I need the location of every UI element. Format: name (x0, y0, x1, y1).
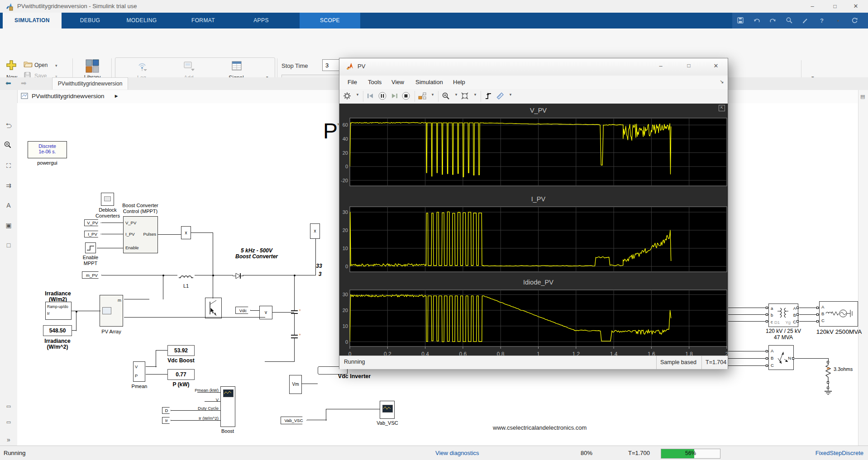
measure-icon[interactable] (496, 92, 504, 100)
enable-mppt-block[interactable] (85, 242, 96, 253)
menu-help[interactable]: Help (453, 79, 465, 85)
gear-icon[interactable] (343, 92, 351, 100)
menu-tools[interactable]: Tools (368, 79, 382, 85)
close-icon[interactable]: ✕ (845, 0, 866, 13)
panel-icon[interactable]: ▭ (4, 417, 14, 427)
maximize-icon[interactable]: □ (825, 0, 845, 13)
grid-source-block[interactable]: A B C (819, 301, 858, 327)
model-icon (21, 92, 28, 100)
from-tag-mpv[interactable]: m_PV (82, 271, 102, 279)
product-block-2[interactable]: x (310, 223, 320, 239)
port-square (796, 313, 799, 316)
menu-view[interactable]: View (391, 79, 404, 85)
image-icon[interactable]: ▣ (4, 220, 14, 230)
document-tab[interactable]: PVwithutlitygridnewversion (52, 77, 128, 90)
nav-forward-icon[interactable]: ➡ (21, 79, 27, 87)
zoom-in-icon[interactable] (442, 92, 450, 100)
deblock-converters-block[interactable] (101, 193, 114, 206)
wire (163, 275, 163, 299)
powergui-block[interactable]: Discrete1e-06 s. (28, 141, 67, 158)
annotation-icon[interactable]: A (4, 200, 14, 210)
wire (171, 420, 220, 421)
console-icon[interactable]: ▭ (4, 401, 14, 411)
pen-icon[interactable] (802, 17, 809, 24)
three-phase-vi-block[interactable]: A B C N (768, 345, 794, 370)
dock-icon[interactable]: ↘ (720, 79, 724, 85)
property-inspector-icon[interactable]: ▤ (860, 94, 865, 100)
zoom-icon[interactable] (4, 141, 14, 151)
chevron-down-icon[interactable]: ▾ (55, 63, 57, 68)
goto-tag-vab[interactable]: Vab_VSC (281, 417, 307, 424)
minimize-icon[interactable]: – (802, 0, 823, 13)
redo-icon[interactable] (769, 17, 777, 24)
search-icon[interactable] (786, 17, 793, 24)
trigger-icon[interactable] (484, 92, 492, 100)
breadcrumb[interactable]: PVwithutlitygridnewversion (32, 93, 105, 100)
vm-block[interactable]: Vm (289, 375, 302, 394)
caret-down-icon[interactable]: ▾ (453, 92, 459, 97)
transformer-block[interactable]: a b c A B C D1 Yg (768, 304, 798, 327)
open-button[interactable]: Open (34, 62, 48, 68)
tab-modeling[interactable]: MODELING (119, 13, 165, 28)
pmean-block[interactable]: V P (133, 361, 145, 382)
scope-window[interactable]: PV – □ ✕ File Tools View Simulation Help… (339, 58, 728, 369)
mppt-block[interactable]: V_PV I_PV Enable Pulses (123, 216, 158, 253)
wire (326, 409, 380, 409)
rect-icon[interactable]: □ (4, 240, 14, 250)
step-forward-icon[interactable] (390, 92, 398, 100)
close-icon[interactable]: ✕ (707, 62, 725, 69)
tab-format[interactable]: FORMAT (184, 13, 223, 28)
partial-text-3: 3 (317, 271, 323, 277)
solver-name[interactable]: FixedStepDiscrete (816, 450, 863, 456)
tab-scope[interactable]: SCOPE (300, 13, 360, 28)
nav-back-icon[interactable]: ⬅ (5, 79, 11, 87)
stop-icon[interactable] (402, 92, 410, 100)
save-icon[interactable] (737, 17, 744, 24)
maximize-icon[interactable]: □ (680, 62, 698, 69)
breadcrumb-caret-icon[interactable]: ▸ (115, 93, 118, 99)
toolbar-separator (363, 91, 363, 102)
menu-file[interactable]: File (348, 79, 357, 85)
pause-icon[interactable] (378, 92, 386, 100)
caret-down-icon[interactable]: ▾ (835, 17, 842, 24)
expand-panel-chevrons[interactable]: » (4, 435, 14, 445)
from-tag-d[interactable]: D (162, 407, 171, 414)
refresh-icon[interactable] (851, 17, 858, 24)
step-back-icon[interactable] (367, 92, 375, 100)
pv-array-label: PV Array (100, 329, 123, 335)
tab-debug[interactable]: DEBUG (72, 13, 109, 28)
minimize-icon[interactable]: – (652, 62, 670, 69)
scope-plot-area[interactable]: V_PV-200204060I_PV0102030Idiode_PV010203… (339, 104, 728, 356)
undo-icon[interactable] (753, 17, 760, 24)
vab-scope-block[interactable] (380, 401, 395, 419)
scope-titlebar[interactable]: PV – □ ✕ (339, 58, 728, 76)
wire-junction (212, 275, 214, 276)
expand-axes-icon[interactable]: ⇱ (719, 105, 725, 111)
fit-view-icon[interactable]: ⛶ (4, 161, 14, 171)
vdc-boost-display: 53.92 (167, 345, 195, 356)
menu-simulation[interactable]: Simulation (415, 79, 443, 85)
caret-down-icon[interactable]: ▾ (430, 92, 435, 97)
back-circle-icon[interactable]: ⮌ (4, 121, 14, 131)
view-diagnostics-link[interactable]: View diagnostics (435, 450, 479, 456)
port-square (766, 365, 768, 367)
boost-scope-label: Boost (216, 428, 239, 434)
signal-config-icon[interactable] (418, 92, 426, 100)
tab-apps[interactable]: APPS (245, 13, 277, 28)
ramp-block[interactable]: Ramp-up/do Ir (45, 302, 72, 320)
expand-icon[interactable] (461, 92, 469, 100)
caret-down-icon[interactable]: ▾ (355, 92, 360, 97)
pv-array-block[interactable]: m (100, 295, 123, 327)
caret-down-icon[interactable]: ▾ (472, 92, 478, 97)
tab-simulation[interactable]: SIMULATION (3, 13, 62, 28)
boost-scope-block[interactable] (220, 386, 235, 427)
from-tag-ir[interactable]: Ir (162, 417, 171, 424)
goto-tag-vdc[interactable]: Vdc (235, 307, 251, 314)
help-icon[interactable]: ? (818, 17, 825, 24)
from-tag-vpv[interactable]: V_PV (84, 219, 101, 226)
svg-text:▾: ▾ (474, 92, 477, 97)
caret-down-icon[interactable]: ▾ (508, 92, 513, 97)
product-block-1[interactable]: x (181, 226, 191, 239)
signal-lines-icon[interactable]: ⇉ (4, 180, 14, 190)
from-tag-ipv[interactable]: I_PV (84, 231, 101, 237)
